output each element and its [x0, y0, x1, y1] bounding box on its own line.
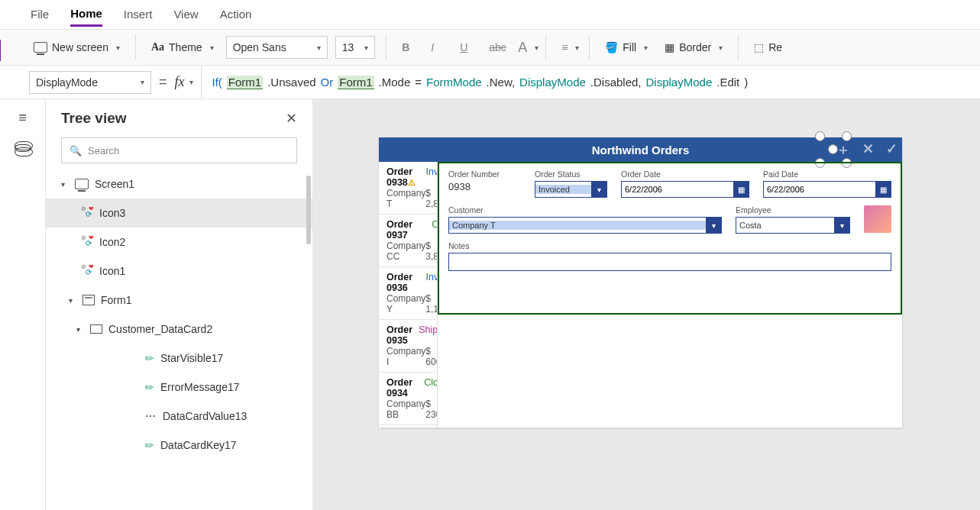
tab-view[interactable]: View [173, 8, 198, 25]
tok: .Disabled, [590, 76, 642, 89]
order-number-field: Order Number 0938 [448, 169, 521, 198]
customer-field: Customer Company T▾ [448, 205, 722, 234]
field-label: Customer [448, 205, 722, 215]
field-label: Order Number [448, 169, 521, 179]
customer-combo[interactable]: Company T▾ [448, 217, 722, 234]
tree-item-screen1[interactable]: ▾Screen1 [46, 169, 312, 199]
date-value[interactable] [622, 185, 733, 194]
tok: DisplayMode [519, 76, 586, 89]
screen-icon [75, 179, 89, 189]
theme-button[interactable]: Aa Theme [147, 38, 218, 56]
close-icon[interactable]: ✕ [286, 110, 297, 127]
italic-button[interactable]: I [426, 38, 448, 56]
underline-button[interactable]: U [455, 38, 477, 56]
new-screen-button[interactable]: New screen [29, 38, 125, 56]
field-label: Paid Date [763, 169, 891, 179]
field-label: Order Date [621, 169, 749, 179]
calendar-icon[interactable]: ▦ [875, 182, 891, 197]
tree-view-icon[interactable] [15, 141, 31, 155]
tree-item-icon1[interactable]: ⊘Icon1 [46, 257, 312, 286]
tok: ) [744, 76, 748, 89]
tree-item-label: DataCardKey17 [160, 439, 237, 451]
tree-item-datacard[interactable]: ▾Customer_DataCard2 [46, 315, 312, 344]
tok: .New, [487, 76, 516, 89]
employee-avatar [864, 205, 891, 233]
notes-input[interactable] [448, 253, 891, 271]
strike-button[interactable]: abc [484, 38, 506, 56]
fill-icon: 🪣 [605, 41, 618, 53]
order-list-item[interactable]: Order 0933New Company A$ 736.00 › [379, 425, 437, 428]
order-list-item[interactable]: Order 0937Closed Company CC$ 3,810.00 › [379, 215, 437, 267]
combo-value: Costa [736, 221, 834, 230]
tree-item-label: StarVisible17 [160, 352, 223, 364]
border-icon: ▦ [665, 41, 674, 53]
tok: DisplayMode [646, 76, 713, 89]
chevron-down-icon: ▾ [141, 78, 144, 86]
tree-item-label: Icon3 [99, 207, 125, 219]
notes-label: Notes [448, 241, 891, 250]
tree-item-datacardvalue[interactable]: ⋯DataCardValue13 [46, 402, 312, 431]
form-icon [82, 295, 95, 305]
calendar-icon[interactable]: ▦ [733, 182, 749, 197]
reorder-button[interactable]: ⬚ Re [749, 38, 787, 56]
tree-item-starvisible[interactable]: ✎StarVisible17 [46, 344, 312, 373]
tok: .Mode [379, 76, 411, 89]
formula-input[interactable]: If( Form1.Unsaved Or Form1.Mode = FormMo… [201, 66, 749, 98]
tree-item-icon2[interactable]: ⊘Icon2 [46, 228, 312, 257]
fx-button[interactable]: fx [175, 74, 193, 90]
tok: If( [212, 76, 222, 89]
tab-file[interactable]: File [31, 8, 49, 25]
paid-date-input[interactable]: ▦ [763, 181, 891, 198]
order-date-input[interactable]: ▦ [621, 181, 749, 198]
separator [386, 34, 387, 60]
app-title: Northwind Orders [592, 144, 690, 157]
order-list-item[interactable]: Order 0936Invoiced Company Y$ 1,170.00 › [379, 267, 437, 320]
main-area: ≡ Tree view ✕ 🔍 Search ▾Screen1 ⊘Icon3 ⊘… [0, 99, 980, 510]
tok: FormMode [426, 76, 482, 89]
font-size-select[interactable]: 13▾ [335, 36, 376, 59]
tree-scrollbar[interactable] [306, 176, 311, 244]
fill-button[interactable]: 🪣 Fill [600, 38, 652, 56]
paid-date-field: Paid Date ▦ [763, 169, 891, 198]
font-color-button[interactable]: A [513, 37, 535, 59]
order-list[interactable]: Order 0938⚠Invoiced Company T$ 2,870.00 … [379, 162, 438, 428]
order-list-item[interactable]: Order 0935Shipped Company I$ 606.50 › [379, 320, 437, 373]
order-list-item[interactable]: Order 0938⚠Invoiced Company T$ 2,870.00 … [379, 162, 437, 215]
save-icon[interactable]: ✓ [886, 140, 898, 159]
edit-icon: ✎ [142, 379, 157, 395]
tree-item-datacardkey[interactable]: ✎DataCardKey17 [46, 431, 312, 460]
menu-tabs: File Home Insert View Action [0, 0, 980, 29]
theme-label: Theme [169, 41, 202, 53]
tab-action[interactable]: Action [220, 8, 252, 25]
order-status-combo[interactable]: Invoiced▾ [535, 181, 607, 198]
combo-value: Company T [449, 221, 706, 230]
tab-home[interactable]: Home [70, 7, 102, 27]
tree-title: Tree view [61, 110, 127, 127]
align-button[interactable]: ≡ [557, 38, 578, 56]
border-button[interactable]: ▦ Border [660, 38, 727, 56]
app-body: Order 0938⚠Invoiced Company T$ 2,870.00 … [379, 162, 902, 428]
search-placeholder: Search [88, 145, 119, 157]
date-value[interactable] [764, 185, 875, 194]
canvas[interactable]: Northwind Orders ＋ ✕ ✓ Order 0938⚠Invoic… [313, 99, 980, 510]
tree-search-input[interactable]: 🔍 Search [61, 137, 297, 163]
bold-button[interactable]: B [397, 38, 419, 56]
new-screen-label: New screen [52, 41, 108, 53]
tree-item-form1[interactable]: ▾Form1 [46, 286, 312, 315]
tab-insert[interactable]: Insert [124, 8, 153, 25]
tree-item-label: Screen1 [95, 178, 134, 190]
tok: .Unsaved [267, 76, 315, 89]
order-list-item[interactable]: Order 0934Closed Company BB$ 230.00 › [379, 373, 437, 425]
font-select[interactable]: Open Sans▾ [226, 36, 328, 59]
edit-icon: ✎ [142, 350, 157, 366]
cancel-icon[interactable]: ✕ [862, 140, 874, 159]
tree-item-icon3[interactable]: ⊘Icon3 [46, 199, 312, 228]
hamburger-icon[interactable]: ≡ [18, 110, 27, 126]
tree-item-errormessage[interactable]: ✎ErrorMessage17 [46, 373, 312, 402]
employee-combo[interactable]: Costa▾ [736, 217, 850, 234]
property-dropdown[interactable]: DisplayMode ▾ [29, 71, 151, 94]
tree-list: ▾Screen1 ⊘Icon3 ⊘Icon2 ⊘Icon1 ▾Form1 ▾Cu… [46, 169, 312, 460]
rail-accent [0, 40, 1, 61]
group-icon: ⊘ [82, 208, 93, 218]
chevron-down-icon: ▾ [591, 182, 606, 197]
